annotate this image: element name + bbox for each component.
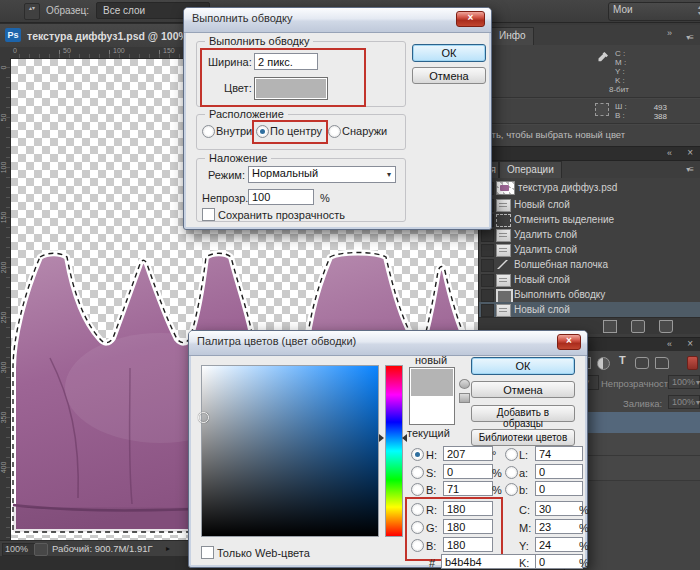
smart-object-filter-icon[interactable] [655, 357, 669, 369]
color-picker-title[interactable]: Палитра цветов (цвет обводки) [189, 331, 587, 356]
info-hint-row: нить, чтобы выбрать новый цвет [479, 125, 700, 146]
radio-s[interactable] [411, 466, 424, 479]
width-input[interactable] [254, 53, 318, 70]
ruler-tick-label: 400 [0, 459, 7, 477]
b-input[interactable] [443, 481, 493, 496]
trash-icon[interactable] [659, 320, 673, 333]
y-input[interactable] [535, 537, 583, 552]
collapse-panels-icon[interactable]: » [667, 28, 671, 38]
history-item-label: Удалить слой [514, 244, 577, 255]
radio-outside[interactable] [328, 125, 341, 138]
radio-center[interactable] [256, 125, 269, 138]
radio-bb[interactable] [505, 483, 518, 496]
l-input[interactable] [535, 446, 583, 461]
history-item[interactable]: Новый слой [479, 197, 700, 212]
panel-menu-icon[interactable]: ▾≡ [686, 165, 693, 174]
close-icon[interactable]: × [456, 11, 485, 27]
m-input[interactable] [535, 519, 583, 534]
web-only-checkbox[interactable] [201, 546, 214, 559]
history-item[interactable]: Новый слой [479, 272, 700, 287]
b2-input[interactable] [443, 537, 493, 552]
close-icon[interactable]: × [557, 334, 581, 350]
tab-info[interactable]: Инфо [491, 27, 534, 47]
new-snapshot-camera-icon[interactable] [631, 320, 645, 333]
history-item-selected[interactable]: Новый слой [479, 302, 700, 317]
hue-slider[interactable] [385, 365, 403, 537]
tool-preset-dropdown-icon[interactable]: ▴▾ [24, 3, 40, 20]
opacity-label: Непрозр.: [202, 192, 251, 204]
history-item[interactable]: Волшебная палочка [479, 257, 700, 272]
hue-slider-arrow-left[interactable] [379, 434, 384, 442]
zoom-level-field[interactable]: 100% [2, 543, 38, 556]
color-picker-dialog: Палитра цветов (цвет обводки) × новый те… [188, 330, 588, 568]
collapse-panel-icon[interactable]: « [667, 148, 671, 158]
chevron-down-icon[interactable]: ▾ [696, 398, 700, 407]
info-height-label: В : [615, 112, 625, 120]
radio-r[interactable] [411, 503, 424, 516]
stroke-dialog-title[interactable]: Выполнить обводку [184, 8, 491, 33]
divider [479, 123, 700, 124]
c-input[interactable] [535, 501, 583, 516]
g-input[interactable] [443, 519, 493, 534]
history-snapshot-row[interactable]: текстура диффуз.psd [479, 180, 700, 195]
h-unit: ° [492, 449, 496, 461]
preserve-transparency-checkbox[interactable] [202, 208, 215, 221]
history-source-well[interactable] [481, 259, 494, 272]
cancel-button[interactable]: Отмена [412, 67, 486, 84]
history-source-well[interactable] [481, 244, 494, 257]
color-field[interactable] [201, 365, 379, 537]
ruler-tick-label: 250 [0, 309, 7, 327]
history-source-well[interactable] [481, 229, 494, 242]
web-safe-cube-icon[interactable] [459, 393, 470, 403]
color-libraries-button[interactable]: Библиотеки цветов [471, 429, 575, 446]
a-input[interactable] [535, 464, 583, 479]
radio-g[interactable] [411, 521, 424, 534]
delete-layer-icon [496, 229, 511, 242]
new-document-from-state-icon[interactable] [603, 320, 617, 333]
type-filter-icon[interactable]: T [619, 354, 626, 364]
radio-b2[interactable] [411, 539, 424, 552]
close-icon[interactable]: × [687, 338, 693, 349]
k-input[interactable] [535, 554, 583, 569]
history-item[interactable]: Выполнить обводку [479, 287, 700, 302]
snapshot-name: текстура диффуз.psd [518, 182, 617, 193]
gamut-warning-icon[interactable] [459, 379, 470, 389]
stroke-color-swatch[interactable] [254, 77, 328, 100]
history-item[interactable]: Удалить слой [479, 227, 700, 242]
chevron-down-icon[interactable]: ▾ [696, 378, 700, 387]
radio-a[interactable] [505, 466, 518, 479]
adjustment-filter-icon[interactable] [597, 357, 610, 370]
scratch-sizes[interactable]: Рабочий: 900.7M/1.91Г [52, 543, 153, 554]
r-input[interactable] [443, 501, 493, 516]
close-icon[interactable]: × [687, 147, 693, 158]
history-source-well[interactable] [481, 289, 494, 302]
history-item[interactable]: Удалить слой [479, 242, 700, 257]
history-source-well[interactable] [481, 304, 494, 317]
filter-toggle-icon[interactable] [687, 356, 698, 370]
radio-h[interactable] [411, 448, 424, 461]
radio-inside[interactable] [202, 125, 215, 138]
bb-input[interactable] [535, 481, 583, 496]
ok-button[interactable]: ОК [471, 357, 575, 375]
status-arrow-icon[interactable]: ▸ [166, 544, 170, 553]
color-field-marker[interactable] [198, 412, 209, 423]
panel-menu-icon[interactable]: ▾≡ [686, 33, 693, 42]
delete-layer-icon [496, 244, 511, 257]
h-input[interactable] [443, 446, 493, 461]
opacity-label: Непрозрачность: [601, 378, 676, 389]
history-source-well[interactable] [481, 274, 494, 287]
mode-dropdown[interactable]: Нормальный ▾ [248, 166, 396, 183]
opacity-input[interactable] [248, 189, 314, 205]
radio-b[interactable] [411, 483, 424, 496]
collapse-panel-icon[interactable]: « [667, 339, 671, 349]
shape-filter-icon[interactable] [635, 357, 649, 369]
new-layer-icon [496, 199, 511, 212]
new-layer-icon [496, 304, 511, 317]
radio-l[interactable] [505, 448, 518, 461]
history-item[interactable]: Отменить выделение [479, 212, 700, 227]
cancel-button[interactable]: Отмена [471, 381, 575, 398]
workspace-dropdown[interactable]: Мои ▴▾ [608, 2, 700, 21]
s-input[interactable] [443, 464, 493, 479]
ok-button[interactable]: ОК [412, 44, 486, 62]
add-to-swatches-button[interactable]: Добавить в образцы [471, 405, 575, 422]
